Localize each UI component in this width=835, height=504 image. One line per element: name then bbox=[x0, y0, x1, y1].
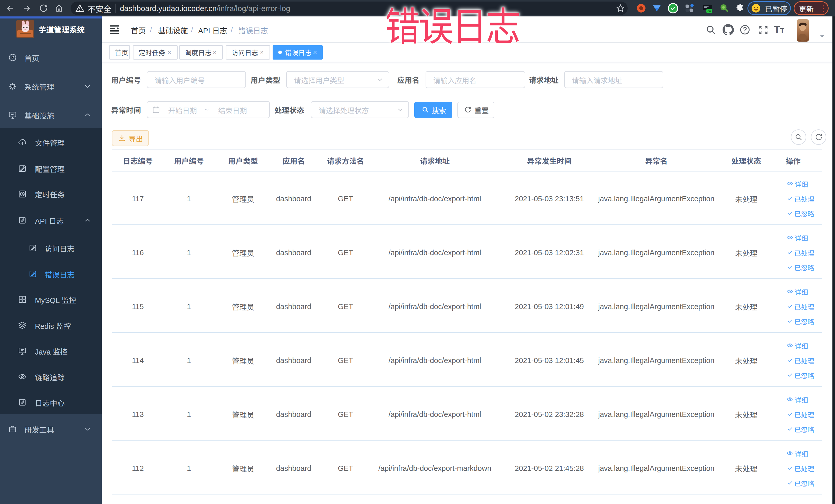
svg-text:on: on bbox=[708, 9, 711, 13]
